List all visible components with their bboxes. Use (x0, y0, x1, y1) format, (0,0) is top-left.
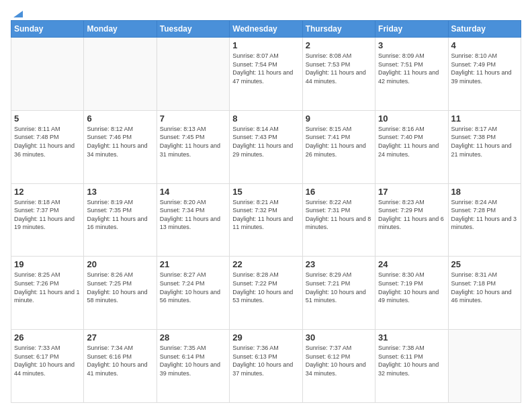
day-info: Sunrise: 8:11 AM Sunset: 7:48 PM Dayligh… (14, 125, 81, 158)
day-cell: 19Sunrise: 8:25 AM Sunset: 7:26 PM Dayli… (11, 257, 84, 330)
day-cell: 11Sunrise: 8:17 AM Sunset: 7:38 PM Dayli… (448, 110, 521, 183)
day-cell: 29Sunrise: 7:36 AM Sunset: 6:13 PM Dayli… (230, 330, 302, 403)
col-header-wednesday: Wednesday (230, 21, 302, 38)
day-number: 5 (14, 113, 81, 124)
day-info: Sunrise: 8:27 AM Sunset: 7:24 PM Dayligh… (160, 271, 226, 304)
day-number: 10 (378, 113, 445, 124)
day-cell: 12Sunrise: 8:18 AM Sunset: 7:37 PM Dayli… (11, 183, 84, 257)
col-header-friday: Friday (375, 21, 448, 38)
day-cell (11, 38, 84, 111)
day-cell: 22Sunrise: 8:28 AM Sunset: 7:22 PM Dayli… (230, 257, 302, 330)
day-cell: 30Sunrise: 7:37 AM Sunset: 6:12 PM Dayli… (302, 330, 375, 403)
week-row-3: 12Sunrise: 8:18 AM Sunset: 7:37 PM Dayli… (11, 183, 521, 257)
week-row-5: 26Sunrise: 7:33 AM Sunset: 6:17 PM Dayli… (11, 330, 521, 403)
day-cell (157, 38, 229, 111)
day-cell: 25Sunrise: 8:31 AM Sunset: 7:18 PM Dayli… (448, 257, 521, 330)
day-number: 18 (451, 187, 518, 197)
day-cell: 24Sunrise: 8:30 AM Sunset: 7:19 PM Dayli… (375, 257, 448, 330)
day-number: 30 (306, 332, 372, 342)
col-header-tuesday: Tuesday (157, 21, 229, 38)
day-info: Sunrise: 7:38 AM Sunset: 6:11 PM Dayligh… (378, 344, 445, 377)
day-cell: 9Sunrise: 8:15 AM Sunset: 7:41 PM Daylig… (302, 110, 375, 183)
col-header-thursday: Thursday (302, 21, 375, 38)
day-number: 11 (451, 113, 518, 124)
day-number: 3 (378, 40, 445, 50)
day-cell (84, 38, 157, 111)
day-cell: 6Sunrise: 8:12 AM Sunset: 7:46 PM Daylig… (84, 110, 157, 183)
day-cell: 20Sunrise: 8:26 AM Sunset: 7:25 PM Dayli… (84, 257, 157, 330)
day-cell: 17Sunrise: 8:23 AM Sunset: 7:29 PM Dayli… (375, 183, 448, 257)
day-number: 31 (378, 332, 445, 342)
day-number: 19 (14, 259, 81, 269)
day-number: 20 (87, 259, 153, 269)
day-info: Sunrise: 8:28 AM Sunset: 7:22 PM Dayligh… (232, 271, 299, 304)
logo (11, 8, 24, 16)
day-number: 29 (232, 332, 299, 342)
day-info: Sunrise: 8:08 AM Sunset: 7:53 PM Dayligh… (306, 52, 372, 85)
day-info: Sunrise: 7:34 AM Sunset: 6:16 PM Dayligh… (87, 344, 153, 377)
day-number: 15 (232, 187, 299, 197)
logo-triangle-icon (12, 7, 24, 19)
day-info: Sunrise: 8:22 AM Sunset: 7:31 PM Dayligh… (306, 198, 372, 232)
day-info: Sunrise: 8:21 AM Sunset: 7:32 PM Dayligh… (232, 198, 299, 232)
day-number: 6 (87, 113, 153, 124)
day-cell: 3Sunrise: 8:09 AM Sunset: 7:51 PM Daylig… (375, 38, 448, 111)
day-cell (448, 330, 521, 403)
day-number: 25 (451, 259, 518, 269)
week-row-4: 19Sunrise: 8:25 AM Sunset: 7:26 PM Dayli… (11, 257, 521, 330)
day-info: Sunrise: 8:23 AM Sunset: 7:29 PM Dayligh… (378, 198, 445, 232)
day-number: 21 (160, 259, 226, 269)
day-cell: 14Sunrise: 8:20 AM Sunset: 7:34 PM Dayli… (157, 183, 229, 257)
day-info: Sunrise: 8:15 AM Sunset: 7:41 PM Dayligh… (306, 125, 372, 158)
day-cell: 23Sunrise: 8:29 AM Sunset: 7:21 PM Dayli… (302, 257, 375, 330)
day-cell: 16Sunrise: 8:22 AM Sunset: 7:31 PM Dayli… (302, 183, 375, 257)
day-info: Sunrise: 8:14 AM Sunset: 7:43 PM Dayligh… (232, 125, 299, 158)
day-cell: 7Sunrise: 8:13 AM Sunset: 7:45 PM Daylig… (157, 110, 229, 183)
day-number: 1 (232, 40, 299, 50)
day-info: Sunrise: 7:35 AM Sunset: 6:14 PM Dayligh… (160, 344, 226, 377)
day-number: 28 (160, 332, 226, 342)
day-info: Sunrise: 7:36 AM Sunset: 6:13 PM Dayligh… (232, 344, 299, 377)
day-info: Sunrise: 8:09 AM Sunset: 7:51 PM Dayligh… (378, 52, 445, 85)
page: SundayMondayTuesdayWednesdayThursdayFrid… (0, 0, 532, 411)
day-number: 4 (451, 40, 518, 50)
day-number: 26 (14, 332, 81, 342)
day-number: 2 (306, 40, 372, 50)
svg-marker-0 (13, 11, 23, 17)
day-info: Sunrise: 8:26 AM Sunset: 7:25 PM Dayligh… (87, 271, 153, 304)
day-info: Sunrise: 8:07 AM Sunset: 7:54 PM Dayligh… (232, 52, 299, 85)
day-info: Sunrise: 8:19 AM Sunset: 7:35 PM Dayligh… (87, 198, 153, 232)
day-info: Sunrise: 8:20 AM Sunset: 7:34 PM Dayligh… (160, 198, 226, 232)
day-cell: 31Sunrise: 7:38 AM Sunset: 6:11 PM Dayli… (375, 330, 448, 403)
day-cell: 21Sunrise: 8:27 AM Sunset: 7:24 PM Dayli… (157, 257, 229, 330)
day-info: Sunrise: 8:30 AM Sunset: 7:19 PM Dayligh… (378, 271, 445, 304)
day-info: Sunrise: 8:16 AM Sunset: 7:40 PM Dayligh… (378, 125, 445, 158)
day-number: 13 (87, 187, 153, 197)
day-cell: 28Sunrise: 7:35 AM Sunset: 6:14 PM Dayli… (157, 330, 229, 403)
day-info: Sunrise: 8:10 AM Sunset: 7:49 PM Dayligh… (451, 52, 518, 85)
week-row-2: 5Sunrise: 8:11 AM Sunset: 7:48 PM Daylig… (11, 110, 521, 183)
day-number: 16 (306, 187, 372, 197)
day-number: 7 (160, 113, 226, 124)
day-number: 23 (306, 259, 372, 269)
day-info: Sunrise: 8:18 AM Sunset: 7:37 PM Dayligh… (14, 198, 81, 232)
day-number: 17 (378, 187, 445, 197)
day-cell: 27Sunrise: 7:34 AM Sunset: 6:16 PM Dayli… (84, 330, 157, 403)
day-info: Sunrise: 8:17 AM Sunset: 7:38 PM Dayligh… (451, 125, 518, 158)
day-info: Sunrise: 8:13 AM Sunset: 7:45 PM Dayligh… (160, 125, 226, 158)
day-number: 24 (378, 259, 445, 269)
day-cell: 18Sunrise: 8:24 AM Sunset: 7:28 PM Dayli… (448, 183, 521, 257)
day-number: 9 (306, 113, 372, 124)
day-info: Sunrise: 8:29 AM Sunset: 7:21 PM Dayligh… (306, 271, 372, 304)
day-number: 22 (232, 259, 299, 269)
day-cell: 4Sunrise: 8:10 AM Sunset: 7:49 PM Daylig… (448, 38, 521, 111)
day-cell: 1Sunrise: 8:07 AM Sunset: 7:54 PM Daylig… (230, 38, 302, 111)
calendar-table: SundayMondayTuesdayWednesdayThursdayFrid… (11, 20, 521, 403)
day-cell: 13Sunrise: 8:19 AM Sunset: 7:35 PM Dayli… (84, 183, 157, 257)
day-number: 8 (232, 113, 299, 124)
week-row-1: 1Sunrise: 8:07 AM Sunset: 7:54 PM Daylig… (11, 38, 521, 111)
day-number: 14 (160, 187, 226, 197)
day-cell: 2Sunrise: 8:08 AM Sunset: 7:53 PM Daylig… (302, 38, 375, 111)
day-info: Sunrise: 7:33 AM Sunset: 6:17 PM Dayligh… (14, 344, 81, 377)
day-info: Sunrise: 8:24 AM Sunset: 7:28 PM Dayligh… (451, 198, 518, 232)
